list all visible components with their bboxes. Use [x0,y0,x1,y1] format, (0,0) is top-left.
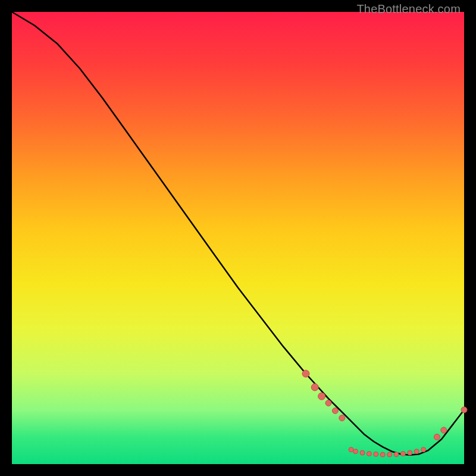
highlight-point [339,415,345,421]
highlight-point [302,370,309,377]
highlight-point [374,452,378,456]
highlight-point [421,447,426,452]
chart-frame: TheBottleneck.com [0,0,476,476]
highlight-point [360,450,365,455]
highlight-point [349,447,353,452]
highlight-point [394,452,399,457]
highlight-point [353,449,358,454]
highlight-point [311,384,318,391]
highlight-point [332,408,338,414]
highlight-point [318,393,325,400]
chart-overlay [12,12,464,464]
highlight-point [400,452,405,456]
highlight-point [325,400,331,406]
highlight-point [408,450,412,455]
highlight-points-group [302,370,467,457]
highlight-point [441,427,447,433]
highlight-point [380,452,385,457]
bottleneck-curve-path [12,12,464,455]
highlight-point [461,407,467,413]
highlight-point [414,449,419,454]
watermark-text: TheBottleneck.com [356,2,461,16]
highlight-point [434,434,440,440]
highlight-point [367,452,371,456]
highlight-point [387,452,392,457]
